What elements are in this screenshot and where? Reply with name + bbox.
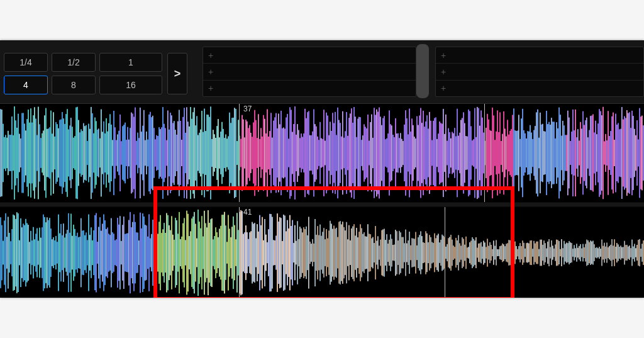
waveform-track-b[interactable]: 41 bbox=[0, 206, 644, 298]
beat-length-selector: 1/4 1/2 1 4 8 16 bbox=[4, 53, 162, 94]
phrase-line-b bbox=[445, 207, 445, 298]
phrase-marker-a bbox=[239, 104, 240, 202]
hotcue-slot[interactable]: + bbox=[436, 81, 643, 96]
phrase-marker-label-b: 41 bbox=[242, 207, 253, 217]
hotcue-panel-left: + + + bbox=[203, 47, 416, 97]
beat-btn-quarter[interactable]: 1/4 bbox=[4, 53, 48, 72]
beat-btn-half[interactable]: 1/2 bbox=[52, 53, 96, 72]
hotcue-panel-right: + + + bbox=[435, 47, 644, 97]
waveform-track-a[interactable]: 37 bbox=[0, 103, 644, 203]
beat-btn-16[interactable]: 16 bbox=[99, 76, 162, 94]
waveform-canvas-b bbox=[0, 207, 644, 298]
plus-icon: + bbox=[208, 51, 213, 60]
plus-icon: + bbox=[441, 84, 446, 93]
dj-software-window: 1/4 1/2 1 4 8 16 > + + + + + + 37 bbox=[0, 40, 644, 298]
plus-icon: + bbox=[208, 84, 213, 93]
phrase-line-a bbox=[484, 104, 485, 202]
chevron-right-icon: > bbox=[174, 67, 181, 81]
beat-length-next-button[interactable]: > bbox=[167, 53, 187, 94]
hotcue-slot[interactable]: + bbox=[436, 47, 643, 64]
beat-btn-8[interactable]: 8 bbox=[52, 76, 96, 94]
hotcue-slot[interactable]: + bbox=[203, 47, 416, 64]
beat-btn-1[interactable]: 1 bbox=[99, 53, 162, 72]
hotcue-slot[interactable]: + bbox=[436, 64, 643, 80]
hotcue-slot[interactable]: + bbox=[203, 64, 416, 80]
plus-icon: + bbox=[441, 67, 446, 76]
hotcue-slot[interactable]: + bbox=[203, 81, 416, 96]
panel-divider-handle[interactable] bbox=[416, 44, 429, 98]
plus-icon: + bbox=[208, 67, 213, 76]
plus-icon: + bbox=[441, 51, 446, 60]
beat-btn-4[interactable]: 4 bbox=[4, 76, 48, 94]
phrase-marker-label-a: 37 bbox=[242, 104, 253, 114]
phrase-marker-b bbox=[239, 207, 240, 298]
waveform-canvas-a bbox=[0, 104, 644, 202]
top-toolbar: 1/4 1/2 1 4 8 16 > + + + + + + bbox=[0, 47, 644, 100]
